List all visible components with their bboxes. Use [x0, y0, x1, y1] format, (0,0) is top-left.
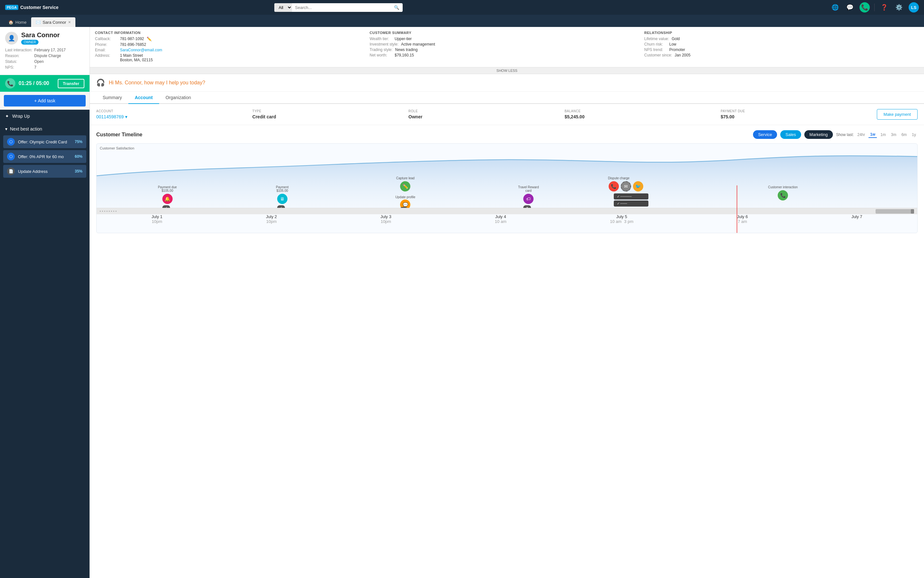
time-1w-button[interactable]: 1w [869, 132, 877, 138]
tab-organization[interactable]: Organization [159, 92, 197, 104]
show-less-bar[interactable]: SHOW LESS [90, 67, 924, 74]
nba-header[interactable]: ▾ Next best action [0, 123, 89, 135]
chat-icon-button[interactable]: 💬 [845, 2, 855, 13]
event-july4-icon[interactable]: 🏷 [523, 194, 534, 204]
date-col-july6: July 6 7 am [737, 214, 748, 224]
account-number-label: ACCOUNT [96, 109, 252, 113]
july6-time: 7 am [737, 219, 748, 224]
customer-summary-section: CUSTOMER SUMMARY Wealth tier: Upper-tier… [370, 31, 644, 63]
nba-items: ⬡ Offer: Olympic Credit Card 75% ⬡ Offer… [0, 135, 89, 181]
edit-callback-icon[interactable]: ✏️ [147, 37, 152, 41]
timeline-scrollbar[interactable] [97, 208, 917, 214]
event-july6-icon[interactable]: 📞 [778, 190, 788, 200]
scroll-dash-6 [111, 211, 112, 212]
nav-separator [874, 3, 875, 11]
status-value: Open [34, 59, 68, 65]
nba-item-0-percent: 75% [75, 140, 83, 144]
investment-label: Investment style: [370, 42, 398, 47]
time-24hr-button[interactable]: 24hr [856, 132, 867, 138]
event-july5-resolve-check1: ✓ ───── [617, 195, 632, 198]
nba-item-1[interactable]: ⬡ Offer: 0% APR for 60 mo 60% [3, 150, 86, 163]
greeting-bar: 🎧 Hi Ms. Connor, how may I help you toda… [90, 74, 924, 92]
search-filter[interactable]: All [274, 3, 292, 12]
add-task-button[interactable]: + Add task [4, 95, 86, 107]
email-value[interactable]: SaraConnor@email.com [120, 48, 162, 52]
tab-home[interactable]: 🏠 Home [4, 17, 31, 27]
event-july5-resolve-check2: ✓ ─── [617, 202, 627, 205]
event-july1-icon[interactable]: 🔔 [162, 194, 173, 204]
net-worth-label: Net worth: [370, 53, 392, 57]
account-number-field: ACCOUNT 00114598769 ▾ [96, 109, 252, 119]
nba-item-2[interactable]: 📄 Update Address 35% [3, 165, 86, 178]
nba-item-0[interactable]: ⬡ Offer: Olympic Credit Card 75% [3, 135, 86, 148]
event-july4: Travel Rewardcard 🏷 ✕ [523, 185, 544, 194]
event-july5-phone-icon[interactable]: 📞 [609, 181, 619, 192]
event-july3-icon1[interactable]: ✏️ [400, 181, 410, 192]
owner-badge: OWNER [21, 40, 39, 45]
callback-value: 781-987-1092 [120, 37, 144, 41]
help-icon-button[interactable]: ❓ [879, 2, 889, 13]
filter-marketing-button[interactable]: Marketing [804, 130, 833, 139]
phone-icon-button[interactable]: 📞 [859, 2, 870, 13]
time-1y-button[interactable]: 1y [910, 132, 918, 138]
july4-date: July 4 [495, 214, 506, 219]
contact-title: CONTACT INFORMATION [95, 31, 366, 35]
event-july2-icon[interactable]: 🖥 [277, 194, 287, 204]
phone-value: 781-896-76852 [120, 42, 146, 47]
event-july5-message-icon[interactable]: ✉ [621, 181, 631, 192]
nba-item-2-label: Update Address [18, 169, 71, 174]
time-6m-button[interactable]: 6m [900, 132, 909, 138]
reason-label: Reason: [5, 53, 34, 59]
filter-service-button[interactable]: Service [753, 130, 777, 139]
address-value: 1 Main Street Boston, MA, 02115 [120, 53, 153, 62]
wrap-up-icon: ✦ [5, 114, 9, 119]
date-col-july7: July 7 [851, 214, 862, 224]
tab-sara-connor[interactable]: ✉️ Sara Connor ✕ [31, 17, 76, 27]
info-sections: CONTACT INFORMATION Callback: 781-987-10… [90, 27, 924, 67]
timeline-title: Customer Timeline [96, 132, 143, 138]
search-input[interactable] [292, 3, 391, 12]
account-number-value[interactable]: 00114598769 ▾ [96, 114, 252, 119]
scroll-dash-4 [107, 211, 107, 212]
left-sidebar: 👤 Sara Connor OWNER Last interaction: Fe… [0, 27, 90, 578]
time-1m-button[interactable]: 1m [879, 132, 887, 138]
filter-sales-button[interactable]: Sales [780, 130, 801, 139]
july1-date: July 1 [151, 214, 162, 219]
home-icon: 🏠 [8, 20, 13, 25]
nba-item-2-icon: 📄 [7, 167, 15, 175]
search-button[interactable]: 🔍 [391, 3, 403, 12]
call-timer-value: 01:25 / 05:00 [19, 81, 49, 86]
time-3m-button[interactable]: 3m [889, 132, 898, 138]
account-role-field: ROLE Owner [408, 109, 565, 119]
scroll-handle[interactable] [911, 209, 914, 214]
churn-label: Churn risk: [644, 42, 667, 47]
address-label: Address: [95, 53, 117, 62]
trading-label: Trading style: [370, 47, 393, 52]
account-balance-field: BALANCE $5,245.00 [565, 109, 721, 119]
event-july5-label: Dispute charge [608, 176, 630, 180]
event-july4-label: Travel Rewardcard [518, 185, 539, 192]
customer-avatar: 👤 [5, 32, 18, 45]
event-july1: Payment due$105.00 🔔 ✓ [162, 185, 181, 194]
globe-icon-button[interactable]: 🌐 [830, 2, 840, 13]
tab-icon: ✉️ [36, 20, 41, 25]
account-bar: ACCOUNT 00114598769 ▾ TYPE Credit card R… [90, 104, 924, 125]
user-avatar-button[interactable]: LS [909, 2, 919, 13]
settings-icon-button[interactable]: ⚙️ [894, 2, 904, 13]
content-tabs: Summary Account Organization [90, 92, 924, 104]
since-value: Jan 2005 [675, 53, 690, 57]
payment-due-value: $75.00 [721, 114, 877, 119]
tab-close-icon[interactable]: ✕ [68, 20, 71, 24]
tab-account[interactable]: Account [128, 92, 159, 104]
tab-summary[interactable]: Summary [96, 92, 128, 104]
timeline-filters: Service Sales Marketing Show last: 24hr … [753, 130, 918, 139]
pega-logo: PEGA [5, 5, 18, 10]
nba-item-1-label: Offer: 0% APR for 60 mo [18, 154, 71, 159]
wrap-up-button[interactable]: ✦ Wrap Up [0, 110, 89, 123]
timeline-header: Customer Timeline Service Sales Marketin… [96, 130, 918, 139]
scroll-thumb[interactable] [875, 209, 914, 214]
churn-value: Low [669, 42, 676, 47]
make-payment-button[interactable]: Make payment [877, 109, 918, 120]
transfer-button[interactable]: Transfer [58, 79, 84, 88]
event-july5-twitter-icon[interactable]: 🐦 [633, 181, 643, 192]
